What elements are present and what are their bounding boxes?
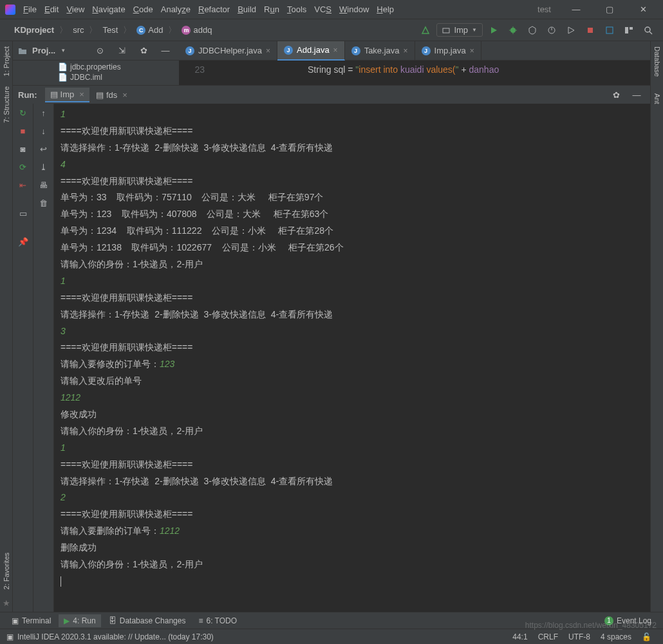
close-tab-icon[interactable]: ×: [470, 46, 474, 55]
svg-rect-8: [625, 27, 628, 33]
down-icon[interactable]: ↓: [37, 124, 50, 137]
coverage-icon[interactable]: [526, 24, 539, 37]
editor-tab[interactable]: JJDBCHelper.java×: [179, 41, 277, 61]
scroll-end-icon[interactable]: ⤓: [37, 160, 50, 173]
menu-refactor[interactable]: Refactor: [194, 2, 234, 17]
file-item[interactable]: 📄JDBC.iml: [19, 72, 173, 82]
menu-run[interactable]: Run: [260, 2, 283, 17]
breadcrumb-item[interactable]: Test: [100, 24, 120, 36]
build-icon[interactable]: [419, 24, 432, 37]
close-icon[interactable]: ×: [79, 90, 84, 99]
terminal-tab[interactable]: ▣Terminal: [6, 614, 56, 627]
maximize-button[interactable]: ▢: [595, 0, 624, 19]
select-open-file-icon[interactable]: ⊙: [93, 44, 106, 57]
rerun-icon[interactable]: ↻: [17, 106, 30, 119]
editor[interactable]: 23String sql = "insert into kuaidi value…: [179, 61, 650, 85]
run-config-tab[interactable]: ▤Imp×: [45, 88, 89, 102]
stop-icon[interactable]: [584, 24, 597, 37]
database-changes-tab[interactable]: 🗄Database Changes: [104, 614, 191, 627]
project-tool-tab[interactable]: 1: Project: [1, 41, 12, 81]
menu-edit[interactable]: Edit: [41, 2, 62, 17]
java-file-icon: J: [422, 46, 431, 55]
file-item[interactable]: 📄jdbc.properties: [19, 62, 173, 72]
exit-icon[interactable]: ⇤: [17, 178, 30, 191]
layout-icon[interactable]: ▭: [17, 207, 30, 220]
run-icon[interactable]: [487, 24, 500, 37]
tool-windows-icon[interactable]: ▣: [6, 632, 14, 641]
run-config-selector[interactable]: Imp ▼: [436, 23, 483, 37]
editor-tab[interactable]: JImp.java×: [415, 41, 481, 61]
breadcrumb-item[interactable]: src: [70, 24, 86, 36]
menu-file[interactable]: File: [19, 2, 41, 17]
print-icon[interactable]: 🖶: [37, 178, 50, 191]
run-panel-title: Run:: [18, 90, 37, 100]
todo-tab[interactable]: ≡6: TODO: [193, 614, 242, 627]
event-log-tab[interactable]: 1Event Log: [599, 614, 657, 627]
menu-code[interactable]: Code: [129, 2, 157, 17]
breadcrumb-item[interactable]: CAdd: [134, 24, 165, 36]
right-tool-stripe: Database Ant: [650, 41, 663, 612]
editor-tabs: JJDBCHelper.java×JAdd.java×JTake.java×JI…: [179, 41, 650, 61]
star-icon: ★: [3, 594, 10, 612]
stop-icon[interactable]: ■: [17, 124, 30, 137]
menu-bar: FileEditViewNavigateCodeAnalyzeRefactorB…: [19, 2, 398, 17]
search-icon[interactable]: [642, 24, 655, 37]
pin-icon[interactable]: 📌: [17, 235, 30, 248]
restart-icon[interactable]: ⟳: [17, 160, 30, 173]
editor-tab[interactable]: JAdd.java×: [277, 41, 345, 61]
attach-icon[interactable]: [565, 24, 577, 37]
run-tab[interactable]: ▶4: Run: [59, 614, 100, 627]
project-tree[interactable]: 📄jdbc.properties 📄JDBC.iml: [13, 61, 179, 85]
indent[interactable]: 4 spaces: [595, 632, 637, 641]
status-message[interactable]: IntelliJ IDEA 2020.3.1 available: // Upd…: [17, 632, 214, 641]
close-icon[interactable]: ×: [122, 90, 127, 100]
chevron-down-icon[interactable]: ▼: [61, 48, 66, 53]
profile-icon[interactable]: [545, 24, 558, 37]
svg-line-11: [649, 32, 652, 34]
console-output[interactable]: 1====欢迎使用新职课快递柜====请选择操作：1-存快递 2-删除快递 3-…: [54, 104, 650, 612]
menu-navigate[interactable]: Navigate: [88, 2, 129, 17]
screenshot-icon[interactable]: ◙: [17, 142, 30, 155]
close-tab-icon[interactable]: ×: [404, 46, 408, 55]
hide-icon[interactable]: —: [159, 44, 172, 57]
caret-position[interactable]: 44:1: [507, 632, 532, 641]
favorites-tool-tab[interactable]: 2: Favorites: [1, 547, 12, 594]
ant-tool-tab[interactable]: Ant: [652, 88, 662, 109]
editor-tab[interactable]: JTake.java×: [345, 41, 415, 61]
minimize-button[interactable]: ―: [561, 0, 591, 19]
svg-point-10: [645, 27, 650, 32]
menu-view[interactable]: View: [62, 2, 88, 17]
gear-icon[interactable]: ✿: [610, 88, 622, 101]
project-structure-icon[interactable]: [622, 24, 635, 37]
gear-icon[interactable]: ✿: [137, 44, 150, 57]
run-config-tab[interactable]: ▤fds×: [91, 88, 133, 102]
menu-vcs[interactable]: VCS: [310, 2, 335, 17]
structure-tool-tab[interactable]: 7: Structure: [1, 81, 12, 128]
app-icon: [5, 5, 15, 15]
breadcrumb-item[interactable]: maddq: [179, 24, 214, 36]
menu-build[interactable]: Build: [234, 2, 260, 17]
encoding[interactable]: UTF-8: [563, 632, 595, 641]
expand-all-icon[interactable]: ⇲: [115, 44, 128, 57]
run-tool-window: Run: ▤Imp×▤fds× ✿ — ↻ ■ ◙ ⟳ ⇤ ▭ 📌: [13, 85, 650, 612]
up-icon[interactable]: ↑: [37, 106, 50, 119]
menu-window[interactable]: Window: [335, 2, 373, 17]
close-tab-icon[interactable]: ×: [266, 46, 270, 55]
svg-rect-6: [588, 28, 593, 33]
menu-tools[interactable]: Tools: [283, 2, 310, 17]
project-panel-header: Proj... ▼ ⊙ ⇲ ✿ —: [13, 41, 179, 61]
soft-wrap-icon[interactable]: ↩: [37, 142, 50, 155]
menu-help[interactable]: Help: [373, 2, 398, 17]
update-icon[interactable]: [603, 24, 616, 37]
clear-icon[interactable]: 🗑: [37, 196, 50, 209]
line-separator[interactable]: CRLF: [533, 632, 563, 641]
list-icon: ≡: [198, 616, 203, 625]
close-tab-icon[interactable]: ×: [333, 46, 338, 55]
menu-analyze[interactable]: Analyze: [157, 2, 194, 17]
database-tool-tab[interactable]: Database: [652, 41, 662, 82]
hide-icon[interactable]: —: [630, 88, 643, 101]
breadcrumb-item[interactable]: KDproject: [12, 24, 57, 36]
close-button[interactable]: ✕: [628, 0, 658, 19]
lock-icon[interactable]: 🔓: [637, 632, 657, 641]
debug-icon[interactable]: [507, 24, 519, 37]
